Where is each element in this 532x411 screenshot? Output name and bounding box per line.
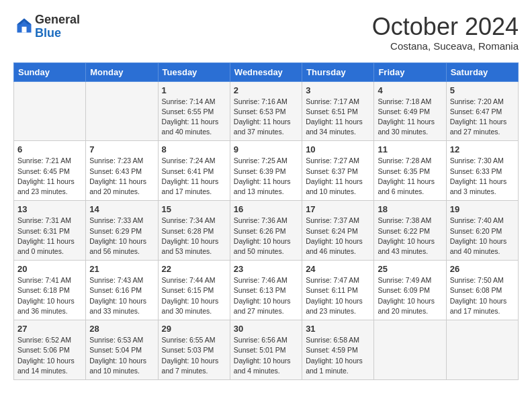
day-number: 18 bbox=[378, 204, 442, 214]
day-info: Sunrise: 7:21 AM Sunset: 6:45 PM Dayligh… bbox=[17, 156, 82, 197]
day-info: Sunrise: 7:40 AM Sunset: 6:20 PM Dayligh… bbox=[450, 216, 515, 257]
day-info: Sunrise: 7:36 AM Sunset: 6:26 PM Dayligh… bbox=[234, 216, 298, 257]
day-number: 11 bbox=[378, 144, 442, 154]
day-number: 8 bbox=[162, 144, 226, 154]
day-number: 16 bbox=[234, 204, 298, 214]
calendar-cell: 12Sunrise: 7:30 AM Sunset: 6:33 PM Dayli… bbox=[446, 141, 518, 201]
day-info: Sunrise: 7:31 AM Sunset: 6:31 PM Dayligh… bbox=[17, 216, 82, 257]
calendar-cell: 17Sunrise: 7:37 AM Sunset: 6:24 PM Dayli… bbox=[302, 201, 374, 261]
day-info: Sunrise: 7:43 AM Sunset: 6:16 PM Dayligh… bbox=[89, 275, 154, 316]
calendar-cell bbox=[374, 320, 446, 380]
calendar-cell: 19Sunrise: 7:40 AM Sunset: 6:20 PM Dayli… bbox=[446, 201, 518, 261]
day-number: 14 bbox=[89, 204, 154, 214]
calendar-cell bbox=[14, 81, 86, 141]
calendar-cell bbox=[446, 320, 518, 380]
day-number: 24 bbox=[306, 264, 370, 274]
calendar-cell: 28Sunrise: 6:53 AM Sunset: 5:04 PM Dayli… bbox=[86, 320, 158, 380]
calendar-cell: 11Sunrise: 7:28 AM Sunset: 6:35 PM Dayli… bbox=[374, 141, 446, 201]
day-info: Sunrise: 6:55 AM Sunset: 5:03 PM Dayligh… bbox=[162, 335, 226, 376]
calendar-cell: 13Sunrise: 7:31 AM Sunset: 6:31 PM Dayli… bbox=[14, 201, 86, 261]
day-info: Sunrise: 7:47 AM Sunset: 6:11 PM Dayligh… bbox=[306, 275, 370, 316]
day-number: 1 bbox=[162, 85, 226, 95]
day-number: 2 bbox=[234, 85, 298, 95]
weekday-header-monday: Monday bbox=[86, 62, 158, 81]
calendar-cell bbox=[86, 81, 158, 141]
calendar-cell: 24Sunrise: 7:47 AM Sunset: 6:11 PM Dayli… bbox=[302, 261, 374, 320]
day-number: 29 bbox=[162, 324, 226, 334]
calendar-cell: 29Sunrise: 6:55 AM Sunset: 5:03 PM Dayli… bbox=[158, 320, 230, 380]
day-number: 21 bbox=[89, 264, 154, 274]
day-number: 6 bbox=[17, 144, 82, 154]
day-info: Sunrise: 7:28 AM Sunset: 6:35 PM Dayligh… bbox=[378, 156, 442, 197]
calendar-cell: 5Sunrise: 7:20 AM Sunset: 6:47 PM Daylig… bbox=[446, 81, 518, 141]
day-info: Sunrise: 7:44 AM Sunset: 6:15 PM Dayligh… bbox=[162, 275, 226, 316]
day-number: 19 bbox=[450, 204, 515, 214]
day-info: Sunrise: 7:38 AM Sunset: 6:22 PM Dayligh… bbox=[378, 216, 442, 257]
day-info: Sunrise: 7:16 AM Sunset: 6:53 PM Dayligh… bbox=[234, 97, 298, 138]
svg-rect-2 bbox=[22, 27, 27, 33]
calendar-cell: 23Sunrise: 7:46 AM Sunset: 6:13 PM Dayli… bbox=[230, 261, 302, 320]
day-number: 26 bbox=[450, 264, 515, 274]
day-info: Sunrise: 7:14 AM Sunset: 6:55 PM Dayligh… bbox=[162, 97, 226, 138]
day-info: Sunrise: 7:24 AM Sunset: 6:41 PM Dayligh… bbox=[162, 156, 226, 197]
day-number: 27 bbox=[17, 324, 82, 334]
day-number: 4 bbox=[378, 85, 442, 95]
calendar-week-3: 13Sunrise: 7:31 AM Sunset: 6:31 PM Dayli… bbox=[14, 201, 519, 261]
weekday-header-row: SundayMondayTuesdayWednesdayThursdayFrid… bbox=[14, 62, 519, 81]
day-number: 25 bbox=[378, 264, 442, 274]
day-info: Sunrise: 7:50 AM Sunset: 6:08 PM Dayligh… bbox=[450, 275, 515, 316]
calendar-cell: 2Sunrise: 7:16 AM Sunset: 6:53 PM Daylig… bbox=[230, 81, 302, 141]
weekday-header-friday: Friday bbox=[374, 62, 446, 81]
day-info: Sunrise: 7:49 AM Sunset: 6:09 PM Dayligh… bbox=[378, 275, 442, 316]
calendar-cell: 6Sunrise: 7:21 AM Sunset: 6:45 PM Daylig… bbox=[14, 141, 86, 201]
day-number: 23 bbox=[234, 264, 298, 274]
day-info: Sunrise: 7:30 AM Sunset: 6:33 PM Dayligh… bbox=[450, 156, 515, 197]
calendar-week-2: 6Sunrise: 7:21 AM Sunset: 6:45 PM Daylig… bbox=[14, 141, 519, 201]
calendar-cell: 14Sunrise: 7:33 AM Sunset: 6:29 PM Dayli… bbox=[86, 201, 158, 261]
day-info: Sunrise: 7:20 AM Sunset: 6:47 PM Dayligh… bbox=[450, 97, 515, 138]
calendar-cell: 26Sunrise: 7:50 AM Sunset: 6:08 PM Dayli… bbox=[446, 261, 518, 320]
calendar-cell: 18Sunrise: 7:38 AM Sunset: 6:22 PM Dayli… bbox=[374, 201, 446, 261]
day-info: Sunrise: 7:18 AM Sunset: 6:49 PM Dayligh… bbox=[378, 97, 442, 138]
calendar-week-5: 27Sunrise: 6:52 AM Sunset: 5:06 PM Dayli… bbox=[14, 320, 519, 380]
calendar-cell: 4Sunrise: 7:18 AM Sunset: 6:49 PM Daylig… bbox=[374, 81, 446, 141]
day-number: 12 bbox=[450, 144, 515, 154]
calendar-cell: 10Sunrise: 7:27 AM Sunset: 6:37 PM Dayli… bbox=[302, 141, 374, 201]
calendar-week-1: 1Sunrise: 7:14 AM Sunset: 6:55 PM Daylig… bbox=[14, 81, 519, 141]
calendar-cell: 22Sunrise: 7:44 AM Sunset: 6:15 PM Dayli… bbox=[158, 261, 230, 320]
day-info: Sunrise: 6:56 AM Sunset: 5:01 PM Dayligh… bbox=[234, 335, 298, 376]
calendar-cell: 3Sunrise: 7:17 AM Sunset: 6:51 PM Daylig… bbox=[302, 81, 374, 141]
month-title: October 2024 bbox=[372, 13, 519, 40]
weekday-header-tuesday: Tuesday bbox=[158, 62, 230, 81]
logo: General Blue bbox=[13, 13, 80, 40]
day-info: Sunrise: 7:17 AM Sunset: 6:51 PM Dayligh… bbox=[306, 97, 370, 138]
page-header: General Blue October 2024 Costana, Sucea… bbox=[13, 13, 519, 52]
calendar-cell: 9Sunrise: 7:25 AM Sunset: 6:39 PM Daylig… bbox=[230, 141, 302, 201]
calendar-cell: 8Sunrise: 7:24 AM Sunset: 6:41 PM Daylig… bbox=[158, 141, 230, 201]
day-info: Sunrise: 7:37 AM Sunset: 6:24 PM Dayligh… bbox=[306, 216, 370, 257]
calendar-table: SundayMondayTuesdayWednesdayThursdayFrid… bbox=[13, 62, 519, 380]
day-info: Sunrise: 6:52 AM Sunset: 5:06 PM Dayligh… bbox=[17, 335, 82, 376]
logo-blue-text: Blue bbox=[35, 26, 61, 40]
day-number: 28 bbox=[89, 324, 154, 334]
location-subtitle: Costana, Suceava, Romania bbox=[372, 40, 519, 52]
day-number: 17 bbox=[306, 204, 370, 214]
day-info: Sunrise: 7:41 AM Sunset: 6:18 PM Dayligh… bbox=[17, 275, 82, 316]
day-info: Sunrise: 6:58 AM Sunset: 4:59 PM Dayligh… bbox=[306, 335, 370, 376]
calendar-cell: 25Sunrise: 7:49 AM Sunset: 6:09 PM Dayli… bbox=[374, 261, 446, 320]
day-info: Sunrise: 7:27 AM Sunset: 6:37 PM Dayligh… bbox=[306, 156, 370, 197]
day-number: 10 bbox=[306, 144, 370, 154]
day-number: 3 bbox=[306, 85, 370, 95]
logo-general-text: General bbox=[35, 13, 80, 26]
weekday-header-sunday: Sunday bbox=[14, 62, 86, 81]
calendar-cell: 20Sunrise: 7:41 AM Sunset: 6:18 PM Dayli… bbox=[14, 261, 86, 320]
calendar-cell: 21Sunrise: 7:43 AM Sunset: 6:16 PM Dayli… bbox=[86, 261, 158, 320]
calendar-cell: 27Sunrise: 6:52 AM Sunset: 5:06 PM Dayli… bbox=[14, 320, 86, 380]
day-number: 5 bbox=[450, 85, 515, 95]
day-number: 9 bbox=[234, 144, 298, 154]
calendar-cell: 15Sunrise: 7:34 AM Sunset: 6:28 PM Dayli… bbox=[158, 201, 230, 261]
day-number: 15 bbox=[162, 204, 226, 214]
day-info: Sunrise: 7:23 AM Sunset: 6:43 PM Dayligh… bbox=[89, 156, 154, 197]
weekday-header-thursday: Thursday bbox=[302, 62, 374, 81]
weekday-header-wednesday: Wednesday bbox=[230, 62, 302, 81]
